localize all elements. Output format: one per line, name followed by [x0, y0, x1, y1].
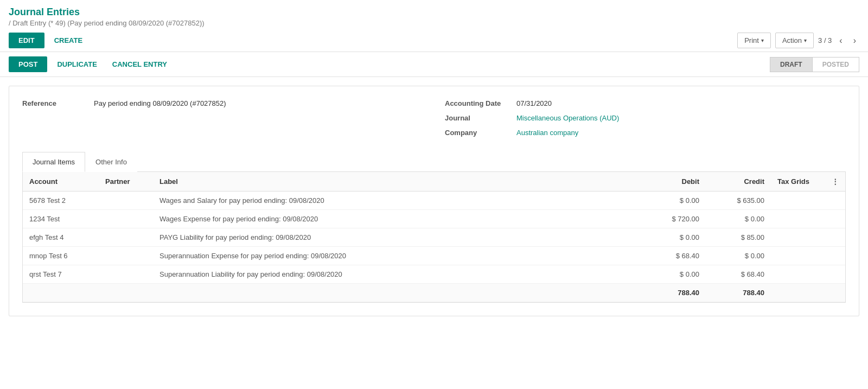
- cell-options: [825, 265, 845, 284]
- post-button[interactable]: POST: [9, 56, 47, 72]
- cell-debit: $ 68.40: [641, 247, 706, 265]
- cell-label: Wages Expense for pay period ending: 09/…: [153, 210, 641, 228]
- tabs: Journal Items Other Info: [22, 152, 846, 172]
- col-header-label: Label: [153, 172, 641, 192]
- reference-label: Reference: [22, 99, 87, 107]
- cell-taxgrids: [771, 210, 825, 228]
- next-page-button[interactable]: ›: [850, 35, 859, 47]
- col-header-debit: Debit: [641, 172, 706, 192]
- duplicate-button[interactable]: DUPLICATE: [52, 56, 102, 72]
- status-area: DRAFT POSTED: [770, 57, 859, 72]
- cell-credit: $ 635.00: [706, 192, 771, 210]
- tab-journal-items[interactable]: Journal Items: [22, 152, 85, 172]
- cell-label: PAYG Liability for pay period ending: 09…: [153, 228, 641, 247]
- accounting-date-field-group: Accounting Date 07/31/2020: [445, 99, 846, 107]
- col-header-account: Account: [23, 172, 99, 192]
- table-header-row: Account Partner Label Debit Credit: [23, 172, 845, 192]
- table-row[interactable]: 1234 Test Wages Expense for pay period e…: [23, 210, 845, 228]
- cell-account: 5678 Test 2: [23, 192, 99, 210]
- tab-other-info[interactable]: Other Info: [85, 152, 137, 172]
- cell-partner: [99, 247, 153, 265]
- totals-empty-options: [825, 284, 845, 302]
- cell-options: [825, 247, 845, 265]
- cell-account: mnop Test 6: [23, 247, 99, 265]
- form-left: Reference Pay period ending 08/09/2020 (…: [22, 99, 423, 143]
- create-button[interactable]: CREATE: [49, 33, 88, 48]
- totals-empty-label: [153, 284, 641, 302]
- cell-taxgrids: [771, 247, 825, 265]
- action-label: Action: [782, 36, 802, 44]
- totals-debit: 788.40: [641, 284, 706, 302]
- cell-credit: $ 0.00: [706, 210, 771, 228]
- cell-label: Superannuation Liability for pay period …: [153, 265, 641, 284]
- cell-partner: [99, 228, 153, 247]
- page-wrapper: Journal Entries / Draft Entry (* 49) (Pa…: [0, 0, 868, 389]
- col-header-partner: Partner: [99, 172, 153, 192]
- action-button[interactable]: Action ▾: [775, 33, 814, 48]
- cell-options: [825, 210, 845, 228]
- cell-credit: $ 68.40: [706, 265, 771, 284]
- cell-options: [825, 228, 845, 247]
- print-label: Print: [744, 36, 759, 44]
- cell-taxgrids: [771, 192, 825, 210]
- table-row[interactable]: efgh Test 4 PAYG Liability for pay perio…: [23, 228, 845, 247]
- table-row[interactable]: qrst Test 7 Superannuation Liability for…: [23, 265, 845, 284]
- table-row[interactable]: mnop Test 6 Superannuation Expense for p…: [23, 247, 845, 265]
- cell-options: [825, 192, 845, 210]
- cell-credit: $ 85.00: [706, 228, 771, 247]
- cell-label: Wages and Salary for pay period ending: …: [153, 192, 641, 210]
- company-label: Company: [445, 129, 510, 137]
- edit-button[interactable]: EDIT: [9, 33, 44, 48]
- prev-page-button[interactable]: ‹: [836, 35, 845, 47]
- journal-label: Journal: [445, 114, 510, 122]
- page-title: Journal Entries: [9, 7, 859, 18]
- breadcrumb-area: Journal Entries / Draft Entry (* 49) (Pa…: [0, 0, 868, 29]
- cell-debit: $ 0.00: [641, 228, 706, 247]
- action-toolbar: POST DUPLICATE CANCEL ENTRY DRAFT POSTED: [0, 52, 868, 77]
- cell-credit: $ 0.00: [706, 247, 771, 265]
- cell-taxgrids: [771, 265, 825, 284]
- cell-partner: [99, 192, 153, 210]
- accounting-date-value: 07/31/2020: [516, 99, 552, 107]
- cell-taxgrids: [771, 228, 825, 247]
- company-field-group: Company Australian company: [445, 129, 846, 137]
- col-header-options[interactable]: ⋮: [825, 172, 845, 192]
- cell-partner: [99, 265, 153, 284]
- totals-credit: 788.40: [706, 284, 771, 302]
- form-row: Reference Pay period ending 08/09/2020 (…: [22, 99, 846, 143]
- totals-empty-partner: [99, 284, 153, 302]
- pagination: 3 / 3 ‹ ›: [818, 35, 859, 47]
- top-toolbar: EDIT CREATE Print ▾ Action ▾ 3 / 3 ‹ ›: [0, 29, 868, 52]
- company-value[interactable]: Australian company: [516, 129, 578, 137]
- col-header-taxgrids: Tax Grids: [771, 172, 825, 192]
- pagination-text: 3 / 3: [818, 36, 832, 44]
- status-draft-badge[interactable]: DRAFT: [770, 57, 812, 72]
- print-button[interactable]: Print ▾: [737, 33, 771, 48]
- journal-value[interactable]: Miscellaneous Operations (AUD): [516, 114, 619, 122]
- totals-empty-taxgrids: [771, 284, 825, 302]
- reference-value: Pay period ending 08/09/2020 (#7027852): [94, 99, 226, 107]
- totals-row: 788.40 788.40: [23, 284, 845, 302]
- print-caret-icon: ▾: [761, 37, 764, 43]
- cell-account: 1234 Test: [23, 210, 99, 228]
- cell-account: qrst Test 7: [23, 265, 99, 284]
- table-row[interactable]: 5678 Test 2 Wages and Salary for pay per…: [23, 192, 845, 210]
- status-posted-badge[interactable]: POSTED: [812, 57, 859, 72]
- col-header-credit: Credit: [706, 172, 771, 192]
- cell-debit: $ 720.00: [641, 210, 706, 228]
- cell-account: efgh Test 4: [23, 228, 99, 247]
- journal-field-group: Journal Miscellaneous Operations (AUD): [445, 114, 846, 122]
- totals-empty-account: [23, 284, 99, 302]
- cell-debit: $ 0.00: [641, 265, 706, 284]
- reference-field-group: Reference Pay period ending 08/09/2020 (…: [22, 99, 423, 107]
- cancel-entry-button[interactable]: CANCEL ENTRY: [107, 56, 173, 72]
- journal-items-table: Account Partner Label Debit Credit: [23, 172, 845, 302]
- action-caret-icon: ▾: [804, 37, 807, 43]
- content-area: Reference Pay period ending 08/09/2020 (…: [9, 86, 859, 316]
- accounting-date-label: Accounting Date: [445, 99, 510, 107]
- cell-partner: [99, 210, 153, 228]
- breadcrumb-subtitle: / Draft Entry (* 49) (Pay period ending …: [9, 19, 859, 27]
- journal-items-table-wrapper: Account Partner Label Debit Credit: [22, 172, 846, 303]
- cell-label: Superannuation Expense for pay period en…: [153, 247, 641, 265]
- cell-debit: $ 0.00: [641, 192, 706, 210]
